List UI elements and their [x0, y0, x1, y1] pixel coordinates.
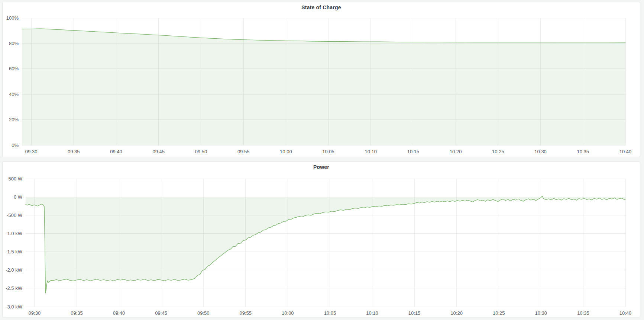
y-tick-label: 60% [9, 66, 19, 71]
x-tick-label: 10:40 [619, 310, 632, 316]
y-tick-label: 40% [9, 92, 19, 97]
y-tick-label: -3.0 kW [6, 304, 23, 310]
y-tick-label: -2.5 kW [6, 285, 23, 291]
power-chart[interactable]: 500 W0 W-500 W-1.0 kW-1.5 kW-2.0 kW-2.5 … [3, 162, 640, 317]
panel-power: Power 500 W0 W-500 W-1.0 kW-1.5 kW-2.0 k… [2, 161, 640, 317]
x-tick-label: 09:30 [29, 310, 41, 316]
x-tick-label: 10:35 [577, 310, 589, 316]
x-tick-label: 09:55 [237, 149, 250, 154]
x-tick-label: 09:30 [25, 149, 38, 154]
x-tick-label: 09:55 [239, 310, 252, 316]
area-fill [22, 29, 625, 145]
panel-title-state-of-charge[interactable]: State of Charge [3, 4, 640, 10]
x-tick-label: 09:40 [110, 149, 122, 154]
x-tick-label: 09:45 [155, 310, 167, 316]
y-tick-label: 20% [9, 117, 19, 122]
y-tick-label: 80% [9, 41, 19, 46]
x-tick-label: 10:25 [493, 310, 505, 316]
y-tick-label: -1.5 kW [6, 249, 23, 255]
x-tick-label: 09:35 [68, 149, 80, 154]
x-tick-label: 10:25 [492, 149, 504, 154]
x-tick-label: 10:00 [282, 310, 294, 316]
x-tick-label: 10:30 [534, 149, 547, 154]
y-tick-label: 0% [12, 143, 19, 148]
x-tick-label: 09:50 [197, 310, 210, 316]
y-tick-label: 0 W [14, 194, 23, 200]
y-tick-label: -500 W [7, 212, 23, 218]
x-tick-label: 10:05 [324, 310, 336, 316]
soc-chart[interactable]: 100%80%60%40%20%0%09:3009:3509:4009:4509… [3, 2, 640, 157]
panel-title-power[interactable]: Power [3, 164, 640, 170]
x-tick-label: 09:35 [71, 310, 83, 316]
x-tick-label: 10:00 [280, 149, 292, 154]
x-tick-label: 09:40 [113, 310, 125, 316]
x-tick-label: 10:20 [450, 310, 463, 316]
x-tick-label: 09:50 [195, 149, 207, 154]
x-tick-label: 10:15 [408, 310, 421, 316]
area-fill [26, 196, 625, 293]
y-tick-label: 100% [6, 15, 19, 21]
y-tick-label: -1.0 kW [6, 231, 23, 236]
panel-state-of-charge: State of Charge 100%80%60%40%20%0%09:300… [2, 2, 640, 157]
x-tick-label: 10:05 [322, 149, 334, 154]
x-tick-label: 10:30 [535, 310, 547, 316]
x-tick-label: 10:15 [407, 149, 420, 154]
x-tick-label: 10:10 [365, 149, 377, 154]
y-tick-label: 500 W [8, 176, 22, 182]
x-tick-label: 10:20 [450, 149, 462, 154]
x-tick-label: 10:40 [619, 149, 632, 154]
x-tick-label: 10:35 [577, 149, 589, 154]
y-tick-label: -2.0 kW [6, 267, 23, 273]
x-tick-label: 09:45 [152, 149, 165, 154]
x-tick-label: 10:10 [366, 310, 378, 316]
